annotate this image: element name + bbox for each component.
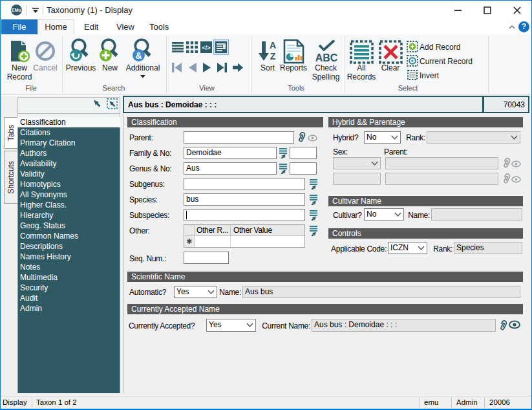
svg-text:A: A (270, 40, 276, 50)
svg-text:&: & (135, 50, 142, 61)
svg-text:Z: Z (270, 51, 276, 61)
svg-text:</>: </> (202, 45, 210, 51)
svg-text:ABC: ABC (315, 52, 338, 63)
